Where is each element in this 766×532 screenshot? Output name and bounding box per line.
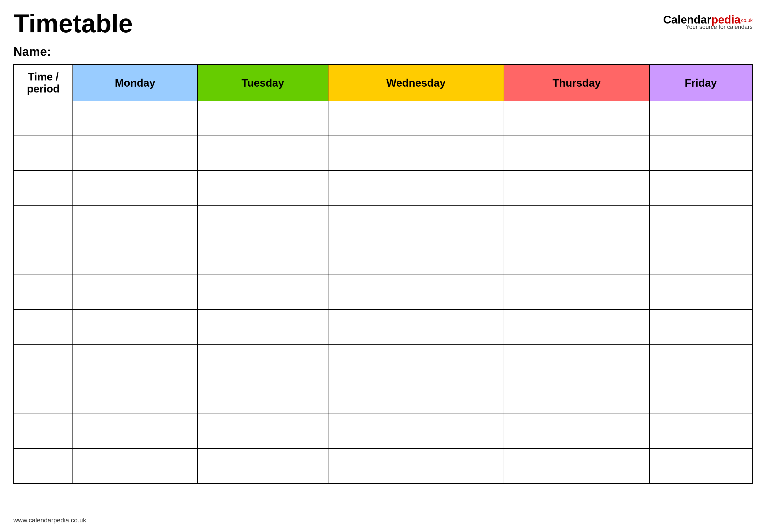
table-cell[interactable] (197, 136, 328, 171)
footer-url: www.calendarpedia.co.uk (13, 516, 86, 524)
table-cell[interactable] (504, 310, 650, 344)
table-cell[interactable] (14, 205, 73, 240)
table-cell[interactable] (504, 414, 650, 449)
table-cell[interactable] (649, 344, 752, 379)
col-header-monday: Monday (73, 65, 198, 101)
table-cell[interactable] (73, 449, 198, 483)
table-cell[interactable] (73, 344, 198, 379)
table-cell[interactable] (328, 101, 504, 136)
table-cell[interactable] (73, 379, 198, 414)
table-cell[interactable] (504, 344, 650, 379)
table-cell[interactable] (328, 379, 504, 414)
table-row (14, 379, 752, 414)
table-cell[interactable] (328, 136, 504, 171)
table-cell[interactable] (328, 414, 504, 449)
table-cell[interactable] (649, 449, 752, 483)
table-cell[interactable] (197, 449, 328, 483)
table-cell[interactable] (197, 205, 328, 240)
table-row (14, 171, 752, 205)
table-cell[interactable] (197, 171, 328, 205)
table-cell[interactable] (14, 275, 73, 310)
table-cell[interactable] (14, 171, 73, 205)
table-cell[interactable] (649, 136, 752, 171)
table-cell[interactable] (649, 414, 752, 449)
table-cell[interactable] (14, 240, 73, 275)
logo-area: Calendarpediaco.uk Your source for calen… (663, 11, 753, 30)
table-cell[interactable] (504, 101, 650, 136)
table-cell[interactable] (197, 275, 328, 310)
table-cell[interactable] (328, 205, 504, 240)
table-cell[interactable] (14, 344, 73, 379)
table-cell[interactable] (649, 379, 752, 414)
table-cell[interactable] (328, 310, 504, 344)
table-cell[interactable] (504, 171, 650, 205)
col-header-time: Time / period (14, 65, 73, 101)
table-cell[interactable] (649, 101, 752, 136)
table-cell[interactable] (73, 101, 198, 136)
table-cell[interactable] (14, 414, 73, 449)
col-header-thursday: Thursday (504, 65, 650, 101)
table-cell[interactable] (504, 240, 650, 275)
table-cell[interactable] (328, 275, 504, 310)
table-row (14, 275, 752, 310)
timetable: Time / period Monday Tuesday Wednesday T… (13, 64, 753, 484)
table-row (14, 344, 752, 379)
name-row: Name: (13, 44, 753, 59)
table-row (14, 240, 752, 275)
table-cell[interactable] (197, 101, 328, 136)
logo-tagline: Your source for calendars (686, 24, 753, 30)
logo-super-text: co.uk (741, 18, 753, 23)
table-cell[interactable] (14, 310, 73, 344)
name-label: Name: (13, 45, 51, 59)
table-cell[interactable] (328, 171, 504, 205)
col-header-wednesday: Wednesday (328, 65, 504, 101)
table-cell[interactable] (504, 275, 650, 310)
table-cell[interactable] (197, 379, 328, 414)
table-row (14, 310, 752, 344)
table-cell[interactable] (649, 171, 752, 205)
col-header-tuesday: Tuesday (197, 65, 328, 101)
table-cell[interactable] (73, 136, 198, 171)
table-cell[interactable] (14, 101, 73, 136)
table-cell[interactable] (504, 379, 650, 414)
table-cell[interactable] (197, 414, 328, 449)
table-header-row: Time / period Monday Tuesday Wednesday T… (14, 65, 752, 101)
table-cell[interactable] (328, 449, 504, 483)
table-cell[interactable] (649, 205, 752, 240)
table-row (14, 136, 752, 171)
table-cell[interactable] (649, 240, 752, 275)
table-cell[interactable] (328, 240, 504, 275)
table-cell[interactable] (14, 379, 73, 414)
table-cell[interactable] (504, 136, 650, 171)
table-row (14, 414, 752, 449)
table-cell[interactable] (73, 414, 198, 449)
header: Timetable Calendarpediaco.uk Your source… (13, 11, 753, 36)
table-cell[interactable] (197, 310, 328, 344)
table-cell[interactable] (197, 240, 328, 275)
table-cell[interactable] (504, 205, 650, 240)
table-cell[interactable] (73, 310, 198, 344)
table-row (14, 449, 752, 483)
table-row (14, 205, 752, 240)
table-cell[interactable] (14, 449, 73, 483)
table-cell[interactable] (73, 240, 198, 275)
page-title: Timetable (13, 11, 133, 36)
table-cell[interactable] (328, 344, 504, 379)
table-cell[interactable] (73, 171, 198, 205)
table-cell[interactable] (73, 205, 198, 240)
table-cell[interactable] (649, 310, 752, 344)
footer: www.calendarpedia.co.uk (13, 516, 86, 524)
col-header-friday: Friday (649, 65, 752, 101)
table-cell[interactable] (14, 136, 73, 171)
table-cell[interactable] (649, 275, 752, 310)
table-row (14, 101, 752, 136)
table-cell[interactable] (73, 275, 198, 310)
table-cell[interactable] (504, 449, 650, 483)
table-cell[interactable] (197, 344, 328, 379)
